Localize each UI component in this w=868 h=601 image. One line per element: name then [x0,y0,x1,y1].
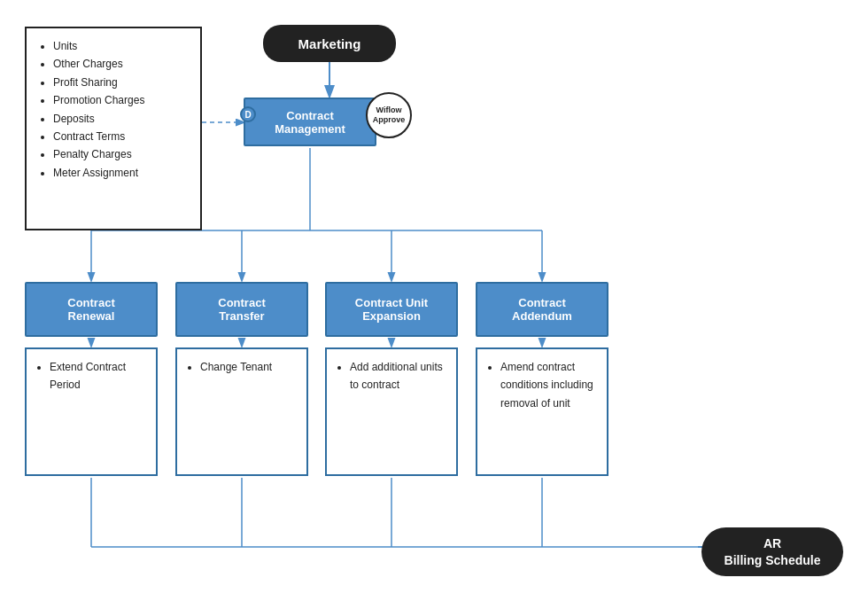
contract-management-label: ContractManagement [275,109,345,136]
contract-transfer-label: ContractTransfer [218,296,265,323]
info-item: Meter Assignment [53,164,188,182]
d-badge-label: D [244,110,251,120]
detail-addendum-box: Amend contract conditions including remo… [476,347,608,476]
wiflow-label: WiflowApprove [373,105,406,125]
info-box: Units Other Charges Profit Sharing Promo… [25,27,202,230]
detail-renewal-box: Extend Contract Period [25,347,158,476]
ar-billing-node: ARBilling Schedule [701,527,843,576]
wiflow-approve-circle: WiflowApprove [366,92,412,138]
detail-transfer-item: Change Tenant [200,358,296,376]
contract-renewal-node: ContractRenewal [25,282,158,337]
info-list: Units Other Charges Profit Sharing Promo… [39,37,188,182]
d-badge: D [240,106,256,122]
info-item: Profit Sharing [53,74,188,91]
info-item: Deposits [53,110,188,128]
detail-expansion-box: Add additional units to contract [325,347,458,476]
contract-management-node: ContractManagement [244,98,376,146]
contract-transfer-node: ContractTransfer [175,282,308,337]
info-item: Promotion Charges [53,91,188,109]
contract-unit-expansion-label: Contract UnitExpansion [355,296,428,323]
diagram-container: Marketing Units Other Charges Profit Sha… [0,0,868,601]
ar-billing-label: ARBilling Schedule [725,535,821,567]
info-item: Penalty Charges [53,145,188,163]
contract-addendum-label: ContractAddendum [512,296,572,323]
info-item: Units [53,37,188,55]
contract-addendum-node: ContractAddendum [476,282,608,337]
marketing-label: Marketing [298,36,361,51]
contract-renewal-label: ContractRenewal [67,296,114,323]
detail-renewal-item: Extend Contract Period [50,358,145,394]
contract-unit-expansion-node: Contract UnitExpansion [325,282,458,337]
info-item: Contract Terms [53,128,188,145]
info-item: Other Charges [53,55,188,73]
detail-transfer-box: Change Tenant [175,347,308,476]
detail-addendum-item: Amend contract conditions including remo… [500,358,596,412]
detail-expansion-item: Add additional units to contract [350,358,446,394]
marketing-node: Marketing [263,25,396,62]
